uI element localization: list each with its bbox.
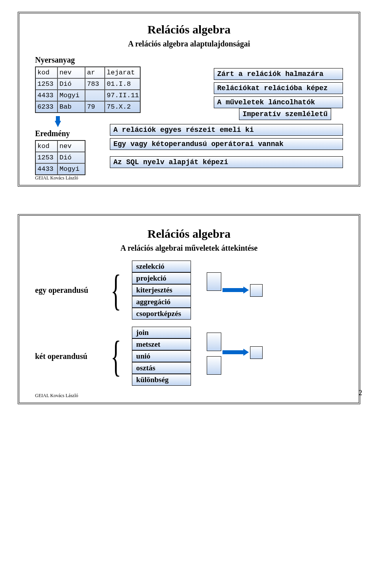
td: Mogyi: [57, 163, 85, 175]
td: Bab: [57, 101, 85, 113]
td: 97.II.11: [105, 90, 140, 101]
eredmeny-table: kod nev 1253 Dió 4433 Mogyi: [35, 140, 85, 175]
op-metszet: metszet: [132, 338, 191, 350]
binary-ops-row: két operandusú { join metszet unió osztá…: [35, 327, 343, 386]
slide1-subtitle: A relációs algebra alaptulajdonságai: [35, 39, 343, 48]
td: 1253: [35, 152, 57, 163]
arrow-right-icon: [222, 350, 244, 354]
relation-box-icon: [207, 356, 221, 375]
relation-box-icon: [207, 333, 221, 351]
op-aggregacio: aggregáció: [132, 296, 191, 308]
op-join: join: [132, 327, 191, 338]
slide1-title: Relációs algebra: [35, 23, 343, 36]
th-lejarat: lejarat: [105, 67, 140, 78]
op-unio: unió: [132, 350, 191, 362]
td: 4433: [35, 90, 57, 101]
th-kod: kod: [35, 141, 57, 152]
td: [85, 90, 105, 101]
op-projekcio: projekció: [132, 272, 191, 284]
unary-ops-row: egy operandusú { szelekció projekció kit…: [35, 261, 343, 320]
td: 79: [85, 101, 105, 113]
td: 4433: [35, 163, 57, 175]
brace-left-icon: {: [111, 270, 121, 310]
relation-box-icon: [250, 284, 263, 297]
relation-box-icon: [250, 346, 263, 359]
relation-box-icon: [207, 272, 221, 291]
th-ar: ar: [85, 67, 105, 78]
eredmeny-label: Eredmény: [35, 129, 214, 138]
td: 01.I.8: [105, 78, 140, 90]
nyersanyag-label: Nyersanyag: [35, 55, 214, 65]
td: Dió: [57, 78, 85, 90]
unary-ops-list: szelekció projekció kiterjesztés aggregá…: [132, 261, 191, 320]
binary-ops-list: join metszet unió osztás különbség: [132, 327, 191, 386]
op-kulonbseg: különbség: [132, 374, 191, 386]
slide2-footer: GEIAL Kovács László: [35, 393, 343, 399]
page-number: 2: [359, 389, 362, 397]
slide2-title: Relációs algebra: [35, 227, 343, 240]
th-nev: nev: [57, 67, 85, 78]
binary-label: két operandusú: [35, 352, 104, 361]
td: 1253: [35, 78, 57, 90]
op-kiterjesztes: kiterjesztés: [132, 284, 191, 296]
slide2-subtitle: A relációs algebrai műveletek áttekintés…: [35, 244, 343, 253]
unary-label: egy operandusú: [35, 286, 104, 295]
td: Mogyi: [57, 90, 85, 101]
op-csoportkepzes: csoportképzés: [132, 308, 191, 320]
arrow-right-icon: [222, 288, 244, 292]
binary-diagram: [203, 329, 282, 384]
td: 6233: [35, 101, 57, 113]
arrow-down-icon: [55, 121, 61, 127]
brace-left-icon: {: [111, 337, 121, 376]
prop-imperative: Imperatív szemléletű: [239, 108, 331, 120]
th-kod: kod: [35, 67, 57, 78]
properties-column: Zárt a relációk halmazára Relációkat rel…: [214, 55, 343, 111]
th-nev: nev: [57, 141, 85, 152]
slide-2: Relációs algebra A relációs algebrai műv…: [18, 214, 360, 404]
op-szelekcio: szelekció: [132, 261, 191, 272]
prop-closed: Zárt a relációk halmazára: [214, 68, 343, 80]
prop-maps: Relációkat relációba képez: [214, 82, 343, 94]
slide1-footer: GEIAL Kovács László: [35, 175, 343, 181]
slide-1: Relációs algebra A relációs algebra alap…: [18, 12, 360, 187]
op-osztas: osztás: [132, 362, 191, 374]
unary-diagram: [203, 266, 282, 314]
td: 783: [85, 78, 105, 90]
nyersanyag-table: kod nev ar lejarat 1253 Dió 783 01.I.8 4…: [35, 67, 141, 113]
prop-chain: A műveletek láncolhatók: [214, 96, 343, 108]
td: Dió: [57, 152, 85, 163]
